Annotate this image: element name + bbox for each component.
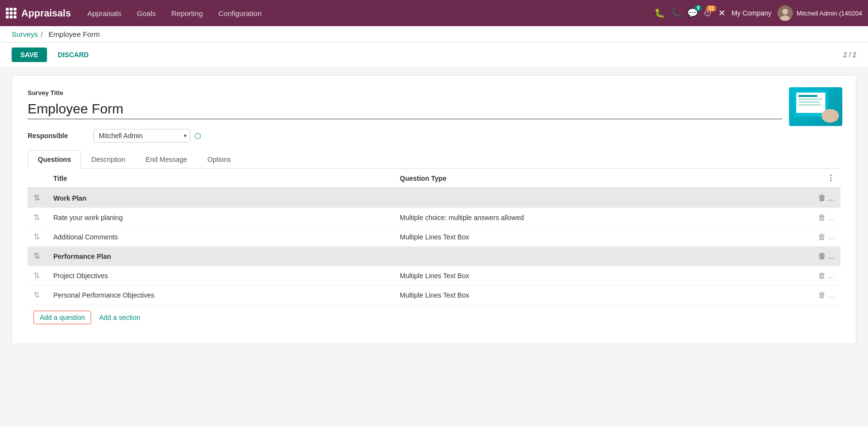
menu-item-goals[interactable]: Goals [130, 6, 162, 20]
chat-icon-btn[interactable]: 💬 9 [687, 8, 698, 18]
app-logo[interactable]: Appraisals [6, 8, 71, 19]
main-content: Survey Title Responsible Mitchell Admin … [0, 75, 868, 356]
phone-icon-btn[interactable]: 📞 [671, 8, 681, 18]
row-title[interactable]: Project Objectives [47, 266, 394, 285]
delete-icon[interactable]: 🗑 [818, 233, 826, 241]
menu-item-configuration[interactable]: Configuration [212, 6, 268, 20]
tabs-bar: Questions Description End Message Option… [28, 150, 840, 169]
app-title: Appraisals [21, 8, 71, 19]
row-more-icon[interactable]: … [828, 291, 835, 299]
row-question-type [394, 188, 811, 208]
action-cell: 🗑… [817, 213, 835, 222]
breadcrumb-parent[interactable]: Surveys [12, 30, 38, 38]
topnav: Appraisals Appraisals Goals Reporting Co… [0, 0, 868, 26]
grid-icon [6, 8, 16, 18]
tab-options[interactable]: Options [197, 150, 241, 169]
add-section-button[interactable]: Add a section [99, 311, 140, 324]
breadcrumb: Surveys / Employee Form [0, 26, 868, 43]
menu-item-appraisals[interactable]: Appraisals [80, 6, 128, 20]
clock-badge: 31 [706, 5, 716, 12]
drag-handle[interactable]: ⇅ [33, 233, 40, 241]
action-cell: 🗑… [817, 271, 835, 280]
action-cell: 🗑… [817, 194, 835, 203]
add-question-button[interactable]: Add a question [33, 311, 91, 324]
discard-button[interactable]: DISCARD [53, 47, 94, 62]
action-cell: 🗑… [817, 233, 835, 241]
drag-handle[interactable]: ⇅ [33, 252, 40, 260]
table-row: ⇅Performance Plan🗑… [28, 247, 840, 266]
clock-icon-btn[interactable]: ⏱ 31 [704, 8, 712, 18]
drag-handle[interactable]: ⇅ [33, 291, 40, 299]
breadcrumb-current: Employee Form [48, 30, 100, 38]
col-title-header: Title [47, 169, 394, 188]
delete-icon[interactable]: 🗑 [818, 271, 826, 280]
tab-description[interactable]: Description [81, 150, 135, 169]
page-counter: 2 / 2 [843, 51, 856, 59]
top-menu: Appraisals Goals Reporting Configuration [80, 6, 654, 20]
svg-rect-6 [798, 98, 822, 100]
row-actions: 🗑… [811, 227, 840, 247]
table-row: ⇅Rate your work planingMultiple choice: … [28, 208, 840, 227]
form-card: Survey Title Responsible Mitchell Admin … [12, 75, 856, 344]
table-row: ⇅Project ObjectivesMultiple Lines Text B… [28, 266, 840, 285]
responsible-value-container: Mitchell Admin ⬡ [94, 129, 201, 142]
delete-icon[interactable]: 🗑 [818, 194, 826, 203]
user-info: Mitchell Admin (140204 [777, 5, 862, 21]
row-question-type [394, 247, 811, 266]
table-row: ⇅Additional CommentsMultiple Lines Text … [28, 227, 840, 247]
row-actions: 🗑… [811, 188, 840, 208]
delete-icon[interactable]: 🗑 [818, 213, 826, 222]
row-title[interactable]: Rate your work planing [47, 208, 394, 227]
drag-handle[interactable]: ⇅ [33, 213, 40, 221]
save-button[interactable]: SAVE [12, 47, 47, 62]
breadcrumb-separator: / [41, 31, 43, 38]
col-question-type-header: Question Type [394, 169, 811, 188]
menu-item-reporting[interactable]: Reporting [165, 6, 210, 20]
external-link-icon[interactable]: ⬡ [194, 131, 201, 141]
tab-end-message[interactable]: End Message [136, 150, 198, 169]
delete-icon[interactable]: 🗑 [818, 291, 826, 300]
responsible-label: Responsible [28, 132, 86, 140]
row-actions: 🗑… [811, 285, 840, 305]
topnav-right: 🐛 📞 💬 9 ⏱ 31 ✕ My Company Mitchell Admin… [654, 5, 862, 21]
col-drag [28, 169, 47, 188]
survey-title-input[interactable] [28, 99, 782, 119]
svg-point-1 [782, 9, 788, 15]
svg-rect-10 [823, 111, 837, 116]
row-title[interactable]: Personal Performance Objectives [47, 285, 394, 305]
survey-title-label: Survey Title [28, 89, 840, 96]
company-name: My Company [731, 9, 771, 17]
table-more-icon[interactable]: ⋮ [827, 174, 835, 183]
row-more-icon[interactable]: … [828, 253, 835, 260]
row-question-type: Multiple Lines Text Box [394, 285, 811, 305]
row-actions: 🗑… [811, 208, 840, 227]
row-title[interactable]: Additional Comments [47, 227, 394, 247]
drag-handle[interactable]: ⇅ [33, 194, 40, 202]
row-more-icon[interactable]: … [828, 272, 835, 280]
row-actions: 🗑… [811, 266, 840, 285]
add-actions: Add a question Add a section [28, 305, 840, 330]
questions-tbody: ⇅Work Plan🗑…⇅Rate your work planingMulti… [28, 188, 840, 305]
row-more-icon[interactable]: … [828, 214, 835, 221]
action-cell: 🗑… [817, 291, 835, 300]
row-more-icon[interactable]: … [828, 194, 835, 202]
svg-rect-8 [798, 104, 821, 106]
chat-badge: 9 [694, 5, 702, 11]
tab-questions[interactable]: Questions [28, 150, 81, 169]
drag-handle[interactable]: ⇅ [33, 271, 40, 280]
row-question-type: Multiple choice: multiple answers allowe… [394, 208, 811, 227]
questions-table: Title Question Type ⋮ ⇅Work Plan🗑…⇅Rate … [28, 169, 840, 305]
row-question-type: Multiple Lines Text Box [394, 266, 811, 285]
col-actions-header: ⋮ [811, 169, 840, 188]
action-cell: 🗑… [817, 252, 835, 261]
responsible-select[interactable]: Mitchell Admin [94, 129, 190, 142]
row-actions: 🗑… [811, 247, 840, 266]
bug-icon-btn[interactable]: 🐛 [654, 8, 665, 18]
close-icon-btn[interactable]: ✕ [718, 8, 726, 18]
responsible-field-row: Responsible Mitchell Admin ⬡ [28, 129, 840, 142]
row-question-type: Multiple Lines Text Box [394, 227, 811, 247]
table-row: ⇅Personal Performance ObjectivesMultiple… [28, 285, 840, 305]
delete-icon[interactable]: 🗑 [818, 252, 826, 261]
row-more-icon[interactable]: … [828, 233, 835, 241]
thumbnail-svg [791, 89, 840, 124]
